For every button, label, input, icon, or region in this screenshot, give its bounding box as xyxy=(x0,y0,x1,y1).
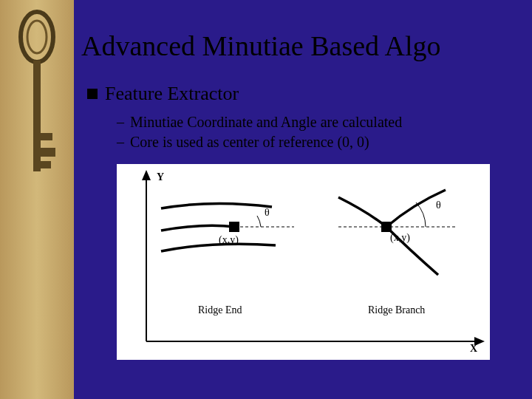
sub-bullet-2-text: Core is used as center of reference (0, … xyxy=(130,134,369,151)
ridge-end-label: Ridge End xyxy=(198,304,242,316)
coord-label-right: (x,y) xyxy=(390,232,410,244)
svg-marker-7 xyxy=(142,170,151,180)
sub-bullet-1-text: Minutiae Coordinate and Angle are calcul… xyxy=(130,114,402,131)
slide-content: Advanced Minutiae Based Algo Feature Ext… xyxy=(74,0,532,399)
svg-point-1 xyxy=(27,21,47,53)
square-bullet-icon xyxy=(87,89,98,99)
svg-rect-13 xyxy=(381,222,392,232)
svg-point-0 xyxy=(21,12,53,62)
dash-icon: – xyxy=(117,114,124,131)
bullet-text: Feature Extractor xyxy=(105,83,239,105)
ridge-branch-label: Ridge Branch xyxy=(368,304,425,316)
minutiae-diagram: Y X (x,y) (x,y) θ θ Ridge End Ridge Bran… xyxy=(117,164,490,360)
dash-icon: – xyxy=(117,134,124,151)
decorative-sidebar xyxy=(0,0,74,399)
svg-rect-5 xyxy=(41,161,51,168)
sub-bullet-2: – Core is used as center of reference (0… xyxy=(117,134,517,151)
svg-rect-11 xyxy=(229,222,239,232)
theta-right: θ xyxy=(436,200,441,211)
diagram-svg xyxy=(117,164,490,360)
sub-bullet-1: – Minutiae Coordinate and Angle are calc… xyxy=(117,114,517,131)
y-axis-label: Y xyxy=(157,171,164,183)
sub-bullet-list: – Minutiae Coordinate and Angle are calc… xyxy=(117,114,517,151)
theta-left: θ xyxy=(265,207,270,219)
bullet-level1: Feature Extractor xyxy=(87,83,517,105)
coord-label-left: (x,y) xyxy=(219,234,239,246)
svg-rect-3 xyxy=(41,133,52,140)
svg-rect-2 xyxy=(33,61,41,171)
slide-title: Advanced Minutiae Based Algo xyxy=(81,30,517,62)
svg-rect-4 xyxy=(41,148,55,157)
x-axis-label: X xyxy=(470,343,477,355)
key-icon xyxy=(15,7,59,200)
